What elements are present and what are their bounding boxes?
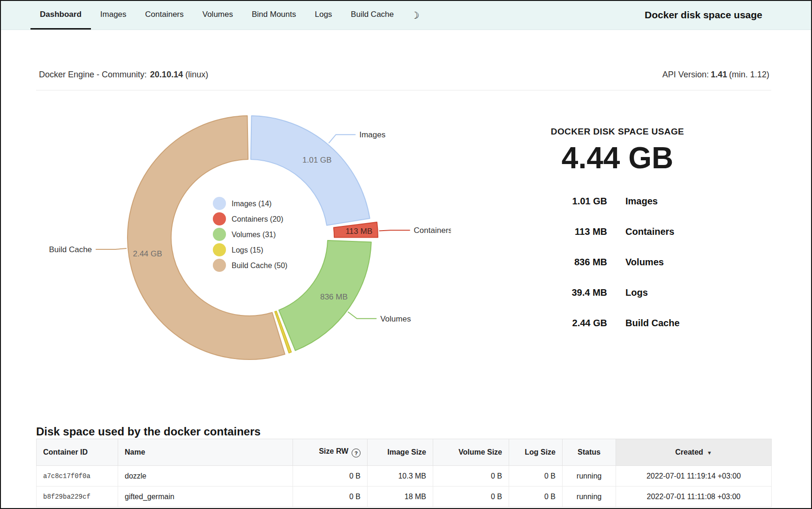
col-header-volume-size[interactable]: Volume Size bbox=[433, 439, 509, 466]
col-header-container-id[interactable]: Container ID bbox=[37, 439, 118, 466]
cell-name: gifted_germain bbox=[118, 487, 293, 507]
api-version-info: API Version:1.41(min. 1.12) bbox=[662, 70, 769, 80]
table-header-row: Container IDNameSize RW?Image SizeVolume… bbox=[37, 439, 772, 466]
cell-name: dozzle bbox=[118, 466, 293, 487]
col-header-status[interactable]: Status bbox=[563, 439, 616, 466]
usage-label-containers: Containers bbox=[625, 226, 674, 237]
usage-size-containers: 113 MB bbox=[517, 226, 607, 237]
api-version-prefix: API Version: bbox=[662, 70, 709, 79]
col-header-size-rw[interactable]: Size RW? bbox=[293, 439, 368, 466]
docker-dashboard-screen: DashboardImagesContainersVolumesBind Mou… bbox=[0, 0, 812, 509]
usage-label-volumes: Volumes bbox=[625, 257, 664, 268]
callout-line-images bbox=[329, 135, 355, 143]
cell-image-size: 10.3 MB bbox=[368, 466, 433, 487]
legend-item-logs[interactable]: Logs (15) bbox=[213, 243, 263, 256]
legend-label-volumes: Volumes (31) bbox=[232, 231, 276, 239]
col-header-label-created: Created bbox=[675, 448, 703, 456]
app-title: Docker disk space usage bbox=[645, 1, 762, 29]
callout-label-build-cache: Build Cache bbox=[49, 245, 92, 254]
col-header-log-size[interactable]: Log Size bbox=[509, 439, 563, 466]
tab-volumes[interactable]: Volumes bbox=[193, 1, 242, 30]
cell-container-id: b8f29ba229cf bbox=[37, 487, 118, 507]
legend-swatch-volumes bbox=[213, 228, 226, 241]
usage-panel-rows: 1.01 GBImages113 MBContainers836 MBVolum… bbox=[517, 186, 718, 338]
legend-item-build-cache[interactable]: Build Cache (50) bbox=[213, 259, 287, 272]
usage-size-volumes: 836 MB bbox=[517, 257, 607, 268]
usage-panel-total: 4.44 GB bbox=[517, 141, 718, 175]
cell-log-size: 0 B bbox=[509, 487, 563, 507]
legend-label-logs: Logs (15) bbox=[232, 246, 263, 254]
tab-containers[interactable]: Containers bbox=[136, 1, 193, 30]
legend-swatch-logs bbox=[213, 243, 226, 256]
callout-label-volumes: Volumes bbox=[380, 314, 411, 323]
callout-label-containers: Containers bbox=[414, 226, 451, 235]
container-row-gifted_germain: b8f29ba229cfgifted_germain0 B18 MB0 B0 B… bbox=[37, 487, 772, 507]
cell-log-size: 0 B bbox=[509, 466, 563, 487]
legend-item-containers[interactable]: Containers (20) bbox=[213, 212, 283, 225]
cell-volume-size: 0 B bbox=[433, 487, 509, 507]
sort-desc-icon: ▼ bbox=[707, 450, 712, 456]
containers-table: Container IDNameSize RW?Image SizeVolume… bbox=[36, 439, 772, 507]
usage-label-images: Images bbox=[625, 196, 658, 207]
legend-label-containers: Containers (20) bbox=[232, 215, 283, 223]
cell-created: 2022-07-01 11:11:08 +03:00 bbox=[616, 487, 772, 507]
tab-dashboard[interactable]: Dashboard bbox=[30, 1, 91, 30]
segment-size-label-build-cache: 2.44 GB bbox=[133, 249, 162, 258]
segment-size-label-containers: 113 MB bbox=[346, 227, 372, 236]
size-rw-help-icon[interactable]: ? bbox=[352, 449, 361, 457]
legend-label-images: Images (14) bbox=[232, 200, 271, 208]
usage-row-containers: 113 MBContainers bbox=[517, 217, 718, 247]
col-header-created[interactable]: Created▼ bbox=[616, 439, 772, 466]
col-header-label-name: Name bbox=[125, 448, 145, 456]
col-header-label-container-id: Container ID bbox=[43, 448, 88, 456]
top-nav: DashboardImagesContainersVolumesBind Mou… bbox=[1, 1, 811, 30]
cell-size-rw: 0 B bbox=[293, 487, 368, 507]
callout-line-build-cache bbox=[96, 248, 127, 249]
col-header-image-size[interactable]: Image Size bbox=[368, 439, 433, 466]
nav-tabs: DashboardImagesContainersVolumesBind Mou… bbox=[30, 1, 403, 30]
col-header-label-size-rw: Size RW bbox=[319, 447, 348, 455]
callout-line-volumes bbox=[348, 312, 376, 318]
usage-panel-title: DOCKER DISK SPACE USAGE bbox=[517, 127, 718, 137]
usage-size-images: 1.01 GB bbox=[517, 196, 607, 207]
col-header-label-status: Status bbox=[578, 448, 601, 456]
container-row-dozzle: a7c8c17f0f0adozzle0 B10.3 MB0 B0 Brunnin… bbox=[37, 466, 772, 487]
donut-segment-images[interactable] bbox=[251, 116, 370, 225]
moon-icon: ☾ bbox=[411, 10, 420, 21]
legend-swatch-containers bbox=[213, 212, 226, 225]
usage-label-build-cache: Build Cache bbox=[625, 318, 680, 329]
engine-info: Docker Engine - Community:20.10.14(linux… bbox=[39, 70, 208, 80]
cell-size-rw: 0 B bbox=[293, 466, 368, 487]
cell-container-id: a7c8c17f0f0a bbox=[37, 466, 118, 487]
usage-size-logs: 39.4 MB bbox=[517, 287, 607, 298]
col-header-label-image-size: Image Size bbox=[387, 448, 426, 456]
header-divider bbox=[36, 90, 771, 90]
containers-section-heading: Disk space used by the docker containers bbox=[36, 425, 261, 438]
usage-row-volumes: 836 MBVolumes bbox=[517, 247, 718, 277]
usage-row-build-cache: 2.44 GBBuild Cache bbox=[517, 308, 718, 338]
cell-volume-size: 0 B bbox=[433, 466, 509, 487]
callout-line-containers bbox=[379, 230, 410, 231]
engine-version: 20.10.14 bbox=[150, 70, 183, 79]
usage-row-images: 1.01 GBImages bbox=[517, 186, 718, 217]
engine-info-prefix: Docker Engine - Community: bbox=[39, 70, 147, 79]
segment-size-label-volumes: 836 MB bbox=[320, 292, 348, 301]
col-header-label-log-size: Log Size bbox=[525, 448, 556, 456]
cell-image-size: 18 MB bbox=[368, 487, 433, 507]
cell-status: running bbox=[563, 487, 616, 507]
legend-item-volumes[interactable]: Volumes (31) bbox=[213, 228, 276, 241]
tab-logs[interactable]: Logs bbox=[305, 1, 341, 30]
tab-bind-mounts[interactable]: Bind Mounts bbox=[242, 1, 306, 30]
engine-info-suffix: (linux) bbox=[185, 70, 208, 79]
col-header-name[interactable]: Name bbox=[118, 439, 293, 466]
col-header-label-volume-size: Volume Size bbox=[459, 448, 502, 456]
segment-size-label-images: 1.01 GB bbox=[302, 156, 331, 165]
disk-usage-donut-chart: 1.01 GBImages113 MBContainers836 MBVolum… bbox=[43, 109, 451, 371]
tab-build-cache[interactable]: Build Cache bbox=[341, 1, 403, 30]
tab-images[interactable]: Images bbox=[91, 1, 136, 30]
legend-swatch-images bbox=[213, 197, 226, 210]
api-version: 1.41 bbox=[711, 70, 727, 79]
legend-item-images[interactable]: Images (14) bbox=[213, 197, 271, 210]
dark-mode-toggle[interactable]: ☾ bbox=[411, 1, 420, 30]
usage-row-logs: 39.4 MBLogs bbox=[517, 277, 718, 308]
